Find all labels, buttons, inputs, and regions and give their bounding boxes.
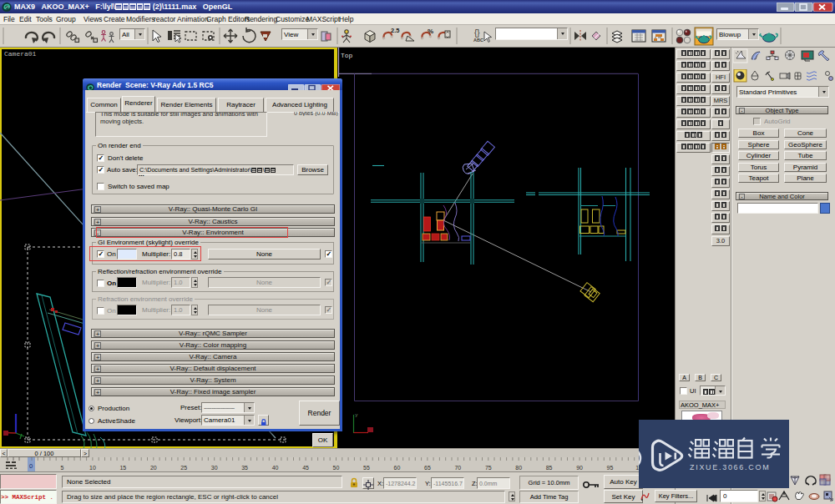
- svg-text:25: 25: [180, 465, 187, 471]
- svg-text:35: 35: [241, 465, 248, 471]
- svg-text:95: 95: [607, 465, 614, 471]
- svg-text:ABC: ABC: [473, 38, 483, 43]
- svg-text:30: 30: [211, 465, 218, 471]
- svg-text:5: 5: [61, 465, 64, 471]
- svg-text:65: 65: [424, 465, 431, 471]
- svg-text:45: 45: [302, 465, 309, 471]
- svg-text:{}: {}: [474, 28, 480, 38]
- svg-text:40: 40: [272, 465, 279, 471]
- svg-text:%: %: [428, 28, 433, 35]
- svg-text:10: 10: [89, 465, 96, 471]
- svg-text:2.5: 2.5: [391, 27, 399, 34]
- svg-text:85: 85: [546, 465, 553, 471]
- svg-text:50: 50: [333, 465, 340, 471]
- svg-text:ZIXUE.3066.COM: ZIXUE.3066.COM: [690, 463, 770, 471]
- svg-text:y: y: [355, 412, 358, 418]
- svg-text:90: 90: [576, 465, 583, 471]
- svg-text:60: 60: [394, 465, 401, 471]
- svg-text:15: 15: [119, 465, 126, 471]
- svg-text:75: 75: [485, 465, 492, 471]
- svg-text:55: 55: [363, 465, 370, 471]
- svg-text:20: 20: [150, 465, 157, 471]
- svg-text:70: 70: [454, 465, 461, 471]
- svg-text:80: 80: [515, 465, 522, 471]
